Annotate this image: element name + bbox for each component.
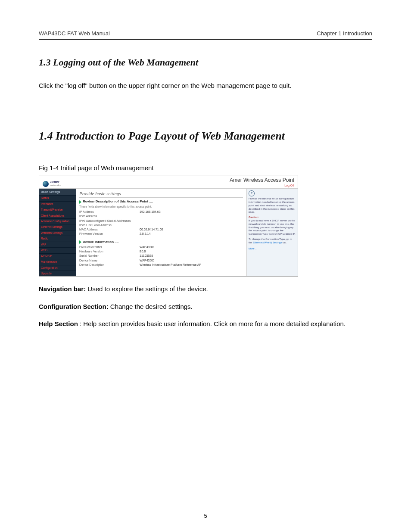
nav-item[interactable]: Advance Configuration <box>39 218 76 224</box>
info-key: Firmware Version <box>79 232 140 236</box>
info-row: Device DescriptionWireless Infrastructur… <box>79 263 243 267</box>
annotation-navigation: Navigation bar: Used to explore the sett… <box>39 284 372 294</box>
logoff-link[interactable]: Log Off <box>230 184 294 187</box>
info-key: IPv6 Address <box>79 214 140 218</box>
help-change-text: To change the Connection Type, go to the… <box>249 238 296 245</box>
nav-item[interactable]: Ethernet Settings <box>39 224 76 230</box>
info-key: IP Address <box>79 210 140 214</box>
help-more-wrap: More ... <box>249 247 296 251</box>
expand-arrow-icon[interactable] <box>79 240 81 244</box>
block-1-hint: These fields show information specific t… <box>79 205 243 208</box>
header-right-block: Amer Wireless Access Point Log Off <box>230 177 294 188</box>
nav-item[interactable]: Radio <box>39 236 76 241</box>
nav-item[interactable]: Maintenance <box>39 259 76 264</box>
help-section: ? Provide the minimal set of configurati… <box>246 189 298 276</box>
page-number: 5 <box>0 513 411 519</box>
navigation-bar: Basic Settings StatusInterfacesTransmit/… <box>39 189 76 276</box>
annotation-help-text: : Help section provides basic user infor… <box>80 320 346 327</box>
nav-item[interactable]: WDS <box>39 247 76 253</box>
annotation-nav-label: Navigation bar: <box>39 285 86 292</box>
info-key: Hardware Version <box>79 249 140 253</box>
nav-item[interactable]: VAP <box>39 242 76 247</box>
help-intro-text: Provide the minimal set of configuration… <box>249 197 296 214</box>
info-key: MAC Address <box>79 227 140 231</box>
nav-item[interactable]: Configuration <box>39 265 76 271</box>
expand-arrow-icon[interactable] <box>79 200 81 204</box>
info-value: 2.0.3.14 <box>140 232 150 236</box>
info-value: WAP43DC <box>140 245 154 249</box>
section-1-4-heading: 1.4 Introduction to Page Layout of Web M… <box>39 130 372 143</box>
info-row: Product IdentifierWAP43DC <box>79 245 243 249</box>
info-key: IPv6 Autoconfigured Global Addresses <box>79 219 140 223</box>
info-row: Device NameWAP43DC <box>79 258 243 262</box>
info-row: IPv6 Link Local Address <box>79 223 243 227</box>
info-key: Device Name <box>79 258 140 262</box>
info-row: Hardware VersionB6.0 <box>79 249 243 253</box>
nav-item[interactable]: Client Associations <box>39 213 76 218</box>
nav-item[interactable]: Status <box>39 195 76 201</box>
info-row: IPv6 Autoconfigured Global Addresses <box>79 219 243 223</box>
brand-text-wrap: amer networks <box>50 180 61 187</box>
info-row: IP Address192.168.154.63 <box>79 210 243 214</box>
product-title: Amer Wireless Access Point <box>230 177 294 184</box>
block-1-title-row: Review Description of this Access Point … <box>79 199 243 204</box>
info-row: IPv6 Address <box>79 214 243 218</box>
screenshot-body: Basic Settings StatusInterfacesTransmit/… <box>39 188 298 276</box>
nav-section-header: Basic Settings <box>39 189 76 195</box>
annotation-help-label: Help Section <box>39 320 78 327</box>
brand-logo-icon <box>43 181 49 187</box>
brand-name: amer <box>50 180 61 184</box>
info-key: IPv6 Link Local Address <box>79 223 140 227</box>
annotation-help: Help Section : Help section provides bas… <box>39 319 372 329</box>
annotation-conf-label: Configuration Section: <box>39 303 109 310</box>
info-key: Product Identifier <box>79 245 140 249</box>
figure-1-4-caption: Fig 1-4 Initial page of Web management <box>39 164 372 171</box>
help-more-link[interactable]: More ... <box>249 247 257 250</box>
brand-block: amer networks <box>43 180 61 187</box>
brand-subtitle: networks <box>50 184 61 187</box>
ethernet-settings-link[interactable]: Ethernet (Wired) Settings <box>253 241 282 244</box>
info-row: Firmware Version2.0.3.14 <box>79 232 243 236</box>
info-value: 11103528 <box>140 254 153 258</box>
info-value: 00:02:9f:14:71:00 <box>140 227 163 231</box>
info-value: B6.0 <box>140 249 146 253</box>
header-right: Chapter 1 Introduction <box>317 30 372 37</box>
annotation-nav-text: Used to explore the settings of the devi… <box>87 285 208 292</box>
section-1-3-body: Click the "log off" button on the upper … <box>39 81 372 91</box>
block-2-title: Device Information .... <box>83 240 118 244</box>
block-2-title-row: Device Information .... <box>79 240 243 244</box>
annotation-configuration: Configuration Section: Change the desire… <box>39 302 372 312</box>
nav-item[interactable]: AP Mode <box>39 253 76 259</box>
help-change-suffix: tab. <box>283 241 287 244</box>
info-value: WAP43DC <box>140 258 154 262</box>
info-key: Device Description <box>79 263 140 267</box>
info-value: Wireless Infrastructure Platform Referen… <box>140 263 201 267</box>
info-row: Serial Number11103528 <box>79 254 243 258</box>
document-page: WAP43DC FAT Web Manual Chapter 1 Introdu… <box>0 0 411 532</box>
web-management-screenshot: amer networks Amer Wireless Access Point… <box>39 175 298 277</box>
main-panel-title: Provide basic settings <box>79 190 243 198</box>
info-key: Serial Number <box>79 254 140 258</box>
block-1-title: Review Description of this Access Point … <box>83 199 153 204</box>
help-caution-text: If you do not have a DHCP server on the … <box>249 219 296 236</box>
annotation-conf-text: Change the desired settings. <box>110 303 193 310</box>
help-icon: ? <box>249 190 255 196</box>
header-left: WAP43DC FAT Web Manual <box>39 30 110 37</box>
configuration-section: Provide basic settings Review Descriptio… <box>76 189 246 276</box>
nav-item[interactable]: Upgrade <box>39 271 76 276</box>
info-value: 192.168.154.63 <box>140 210 161 214</box>
screenshot-header: amer networks Amer Wireless Access Point… <box>39 175 298 189</box>
section-1-3-heading: 1.3 Logging out of the Web Management <box>39 57 372 68</box>
nav-item[interactable]: Interfaces <box>39 201 76 207</box>
help-caution-label: Caution: <box>249 216 296 219</box>
page-header: WAP43DC FAT Web Manual Chapter 1 Introdu… <box>39 30 372 40</box>
info-row: MAC Address00:02:9f:14:71:00 <box>79 227 243 231</box>
nav-item[interactable]: Transmit/Receive <box>39 207 76 212</box>
nav-item[interactable]: Wireless Settings <box>39 230 76 236</box>
